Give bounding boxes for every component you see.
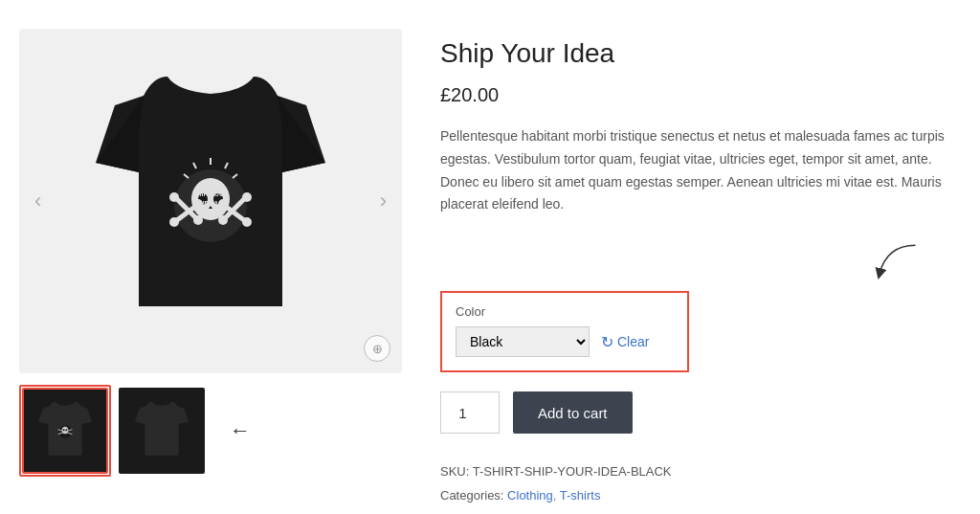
thumbnail-1-image — [32, 397, 99, 464]
product-info: Ship Your Idea £20.00 Pellentesque habit… — [440, 29, 961, 508]
thumbnail-1[interactable] — [22, 388, 108, 474]
product-meta: SKU: T-SHIRT-SHIP-YOUR-IDEA-BLACK Catego… — [440, 460, 961, 507]
svg-point-14 — [169, 192, 179, 202]
svg-point-11 — [218, 199, 228, 209]
arrow-annotation — [440, 239, 961, 287]
sku-row: SKU: T-SHIRT-SHIP-YOUR-IDEA-BLACK — [440, 460, 961, 484]
gallery-next-button[interactable]: › — [372, 181, 394, 221]
product-gallery: ‹ — [19, 29, 402, 477]
svg-point-18 — [242, 192, 252, 202]
clear-label: Clear — [617, 334, 649, 349]
category-tshirts[interactable]: T-shirts — [560, 488, 601, 503]
thumbnail-row: ← — [19, 385, 402, 477]
svg-rect-6 — [212, 212, 216, 217]
sku-label: SKU: — [440, 464, 469, 479]
thumbnail-2[interactable] — [119, 388, 205, 474]
cart-row: Add to cart — [440, 391, 961, 434]
categories-label: Categories: — [440, 488, 503, 503]
svg-point-8 — [169, 217, 179, 227]
gallery-prev-button[interactable]: ‹ — [27, 181, 49, 221]
arrow-indicator: ← — [230, 418, 251, 443]
refresh-icon: ↻ — [601, 333, 613, 351]
svg-rect-4 — [203, 212, 207, 217]
add-to-cart-button[interactable]: Add to cart — [513, 391, 633, 434]
sku-value: T-SHIRT-SHIP-YOUR-IDEA-BLACK — [473, 464, 672, 479]
category-clothing[interactable]: Clothing — [507, 488, 553, 503]
svg-text:IDEA: IDEA — [203, 200, 219, 207]
svg-text:SHIP YOUR: SHIP YOUR — [192, 190, 229, 197]
product-title: Ship Your Idea — [440, 38, 961, 69]
quantity-input[interactable] — [440, 391, 500, 434]
thumbnail-1-wrapper — [19, 385, 111, 477]
clear-button[interactable]: ↻ Clear — [601, 333, 649, 351]
color-row: Black White Blue Red ↻ Clear — [456, 326, 674, 357]
svg-point-9 — [193, 199, 203, 209]
svg-point-12 — [242, 217, 252, 227]
color-select[interactable]: Black White Blue Red — [456, 326, 590, 357]
thumbnail-2-image — [128, 397, 195, 464]
product-price: £20.00 — [440, 84, 961, 106]
zoom-button[interactable]: ⊕ — [364, 335, 390, 362]
svg-point-17 — [218, 215, 228, 225]
main-image: ‹ — [19, 29, 402, 373]
annotation-arrow — [865, 239, 923, 287]
zoom-icon: ⊕ — [372, 342, 383, 356]
product-description: Pellentesque habitant morbi tristique se… — [440, 125, 961, 216]
product-image: SHIP YOUR IDEA — [86, 57, 335, 345]
color-section: Color Black White Blue Red ↻ Clear — [440, 291, 689, 372]
categories-row: Categories: Clothing, T-shirts — [440, 484, 961, 508]
svg-point-15 — [193, 215, 203, 225]
svg-rect-5 — [208, 212, 212, 217]
color-label: Color — [456, 304, 674, 319]
